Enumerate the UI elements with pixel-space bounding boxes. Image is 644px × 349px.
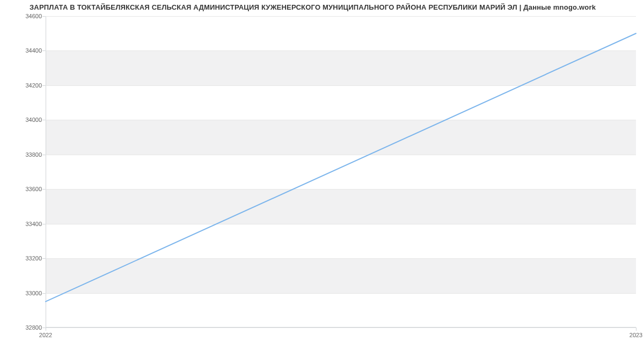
y-tick bbox=[42, 258, 46, 259]
y-tick bbox=[42, 189, 46, 190]
y-tick-label: 33400 bbox=[10, 221, 42, 227]
x-tick bbox=[636, 328, 636, 331]
y-tick-label: 33800 bbox=[10, 151, 42, 158]
x-tick-label: 2023 bbox=[630, 332, 642, 338]
y-tick-label: 34600 bbox=[10, 13, 42, 19]
y-tick-label: 32800 bbox=[10, 324, 42, 331]
chart-container: ЗАРПЛАТА В ТОКТАЙБЕЛЯКСКАЯ СЕЛЬСКАЯ АДМИ… bbox=[0, 0, 644, 349]
y-tick-label: 33200 bbox=[10, 255, 42, 261]
y-tick-label: 33000 bbox=[10, 290, 42, 296]
y-grid-line bbox=[46, 328, 636, 328]
x-tick bbox=[46, 328, 46, 331]
y-tick bbox=[42, 85, 46, 86]
y-tick bbox=[42, 224, 46, 224]
y-tick-label: 34200 bbox=[10, 82, 42, 89]
y-tick bbox=[42, 16, 46, 17]
chart-title: ЗАРПЛАТА В ТОКТАЙБЕЛЯКСКАЯ СЕЛЬСКАЯ АДМИ… bbox=[30, 3, 596, 11]
x-tick-label: 2022 bbox=[39, 332, 52, 338]
y-tick-label: 34000 bbox=[10, 117, 42, 123]
y-tick bbox=[42, 293, 46, 294]
y-tick-label: 33600 bbox=[10, 186, 42, 192]
y-tick bbox=[42, 50, 46, 51]
plot-area bbox=[46, 16, 636, 328]
series-path bbox=[46, 33, 636, 301]
y-tick bbox=[42, 120, 46, 120]
y-tick bbox=[42, 155, 46, 155]
line-series-svg bbox=[46, 16, 636, 328]
y-tick-label: 34400 bbox=[10, 47, 42, 54]
